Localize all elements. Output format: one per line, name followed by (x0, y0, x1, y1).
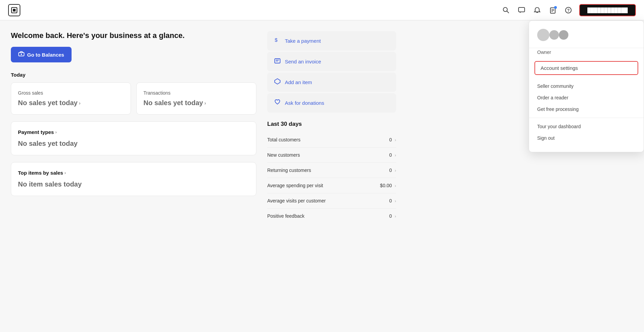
go-to-balances-label: Go to Balances (27, 52, 64, 58)
send-invoice-icon (274, 57, 281, 66)
avatar-small-1 (549, 30, 559, 40)
add-item-button[interactable]: Add an item (267, 73, 396, 92)
right-column: $ Take a payment Send an invoice Add an … (267, 31, 396, 223)
transactions-value[interactable]: No sales yet today › (143, 99, 249, 107)
help-icon[interactable]: ? (564, 5, 573, 15)
metric-value-3: $0.00 (380, 183, 392, 188)
balances-icon (18, 51, 24, 58)
nav-right: ? ████████████ (501, 4, 636, 16)
ask-donations-button[interactable]: Ask for donations (267, 93, 396, 113)
metric-row[interactable]: Average visits per customer 0 › (267, 193, 396, 209)
svg-line-3 (507, 11, 509, 13)
tour-dashboard-link[interactable]: Tour your dashboard (529, 121, 644, 132)
notification-badge (554, 6, 557, 9)
send-invoice-button[interactable]: Send an invoice (267, 52, 396, 71)
metric-value-4: 0 (389, 198, 392, 203)
top-items-chevron: › (64, 170, 66, 175)
metric-label-3: Average spending per visit (267, 183, 323, 188)
metric-row[interactable]: Returning customers 0 › (267, 163, 396, 178)
metrics-list: Total customers 0 › New customers 0 › Re… (267, 132, 396, 223)
svg-point-12 (21, 54, 22, 55)
payment-types-title[interactable]: Payment types › (18, 129, 249, 135)
transactions-card: Transactions No sales yet today › (136, 82, 256, 115)
metric-label-1: New customers (267, 152, 300, 158)
payment-types-chevron: › (55, 130, 57, 135)
gross-sales-value[interactable]: No sales yet today › (18, 99, 124, 107)
go-to-balances-button[interactable]: Go to Balances (11, 47, 72, 62)
metric-chevron-4[interactable]: › (395, 198, 396, 203)
dropdown-bottom-section: Tour your dashboard Sign out (529, 118, 644, 147)
avatar-large (537, 29, 549, 41)
nav-left (8, 4, 20, 16)
clipboard-icon[interactable] (548, 5, 558, 15)
metric-chevron-2[interactable]: › (395, 168, 396, 173)
account-settings-button[interactable]: Account settings (534, 61, 638, 75)
metric-row[interactable]: Positive feedback 0 › (267, 209, 396, 223)
search-icon[interactable] (501, 5, 511, 15)
bell-icon[interactable] (532, 5, 542, 15)
metric-right-4: 0 › (389, 198, 396, 203)
metric-right-5: 0 › (389, 213, 396, 219)
dropdown-avatar-row (537, 29, 636, 41)
metric-chevron-5[interactable]: › (395, 214, 396, 219)
metric-label-4: Average visits per customer (267, 198, 326, 203)
payment-types-empty: No sales yet today (18, 140, 249, 148)
metric-row[interactable]: New customers 0 › (267, 148, 396, 163)
transactions-chevron: › (204, 100, 206, 106)
metric-right-2: 0 › (389, 168, 396, 173)
last-30-days-section: Last 30 days Total customers 0 › New cus… (267, 121, 396, 223)
quick-actions: $ Take a payment Send an invoice Add an … (267, 31, 396, 113)
ask-donations-icon (274, 99, 281, 107)
take-payment-button[interactable]: $ Take a payment (267, 31, 396, 51)
svg-text:$: $ (275, 37, 278, 43)
last30-title: Last 30 days (267, 121, 396, 128)
svg-rect-1 (13, 9, 16, 12)
metric-chevron-3[interactable]: › (395, 183, 396, 188)
main-layout: Welcome back. Here's your business at a … (0, 20, 407, 223)
sign-out-link[interactable]: Sign out (529, 132, 644, 144)
metric-value-2: 0 (389, 168, 392, 173)
today-cards: Gross sales No sales yet today › Transac… (11, 82, 256, 115)
payment-types-card: Payment types › No sales yet today (11, 121, 256, 155)
gross-sales-label: Gross sales (18, 90, 124, 96)
transactions-label: Transactions (143, 90, 249, 96)
square-logo[interactable] (8, 4, 20, 16)
metric-value-0: 0 (389, 137, 392, 142)
top-items-card: Top items by sales › No item sales today (11, 162, 256, 196)
gross-sales-card: Gross sales No sales yet today › (11, 82, 131, 115)
metric-value-5: 0 (389, 213, 392, 219)
today-section-title: Today (11, 72, 256, 78)
metric-label-5: Positive feedback (267, 213, 305, 219)
top-items-title[interactable]: Top items by sales › (18, 170, 249, 176)
account-dropdown: Owner Account settings Seller community … (529, 20, 644, 152)
seller-community-link[interactable]: Seller community (529, 80, 644, 92)
take-payment-icon: $ (274, 37, 281, 45)
left-column: Welcome back. Here's your business at a … (11, 31, 256, 223)
metric-right-3: $0.00 › (380, 183, 396, 188)
metric-chevron-0[interactable]: › (395, 137, 396, 142)
metric-label-0: Total customers (267, 137, 300, 142)
metric-row[interactable]: Average spending per visit $0.00 › (267, 178, 396, 193)
top-nav: ? ████████████ (0, 0, 644, 20)
metric-label-2: Returning customers (267, 168, 311, 173)
order-reader-link[interactable]: Order a reader (529, 92, 644, 103)
dropdown-user-section (529, 26, 644, 48)
top-items-empty: No item sales today (18, 180, 249, 188)
metric-right-1: 0 › (389, 152, 396, 158)
dropdown-links-section: Seller community Order a reader Get free… (529, 78, 644, 118)
gross-sales-chevron: › (79, 100, 81, 106)
metric-value-1: 0 (389, 152, 392, 158)
chat-icon[interactable] (517, 5, 526, 15)
metric-chevron-1[interactable]: › (395, 153, 396, 158)
free-processing-link[interactable]: Get free processing (529, 103, 644, 115)
svg-text:?: ? (567, 8, 569, 13)
add-item-icon (274, 78, 281, 86)
welcome-title: Welcome back. Here's your business at a … (11, 31, 256, 40)
metric-row[interactable]: Total customers 0 › (267, 132, 396, 148)
profile-button[interactable]: ████████████ (579, 4, 636, 16)
svg-rect-4 (519, 7, 525, 12)
metric-right-0: 0 › (389, 137, 396, 142)
dropdown-owner-label: Owner (529, 48, 644, 58)
avatar-small-2 (559, 30, 568, 40)
